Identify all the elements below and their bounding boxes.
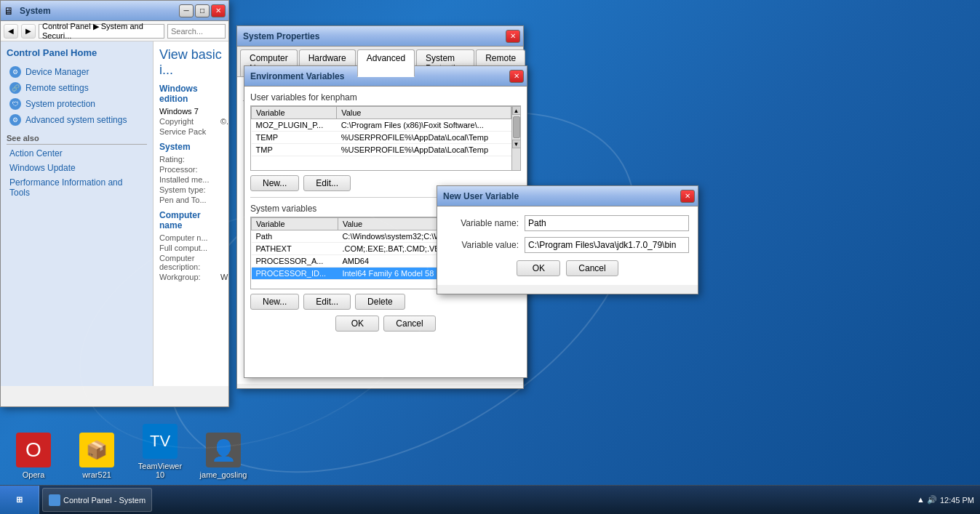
system-delete-button[interactable]: Delete <box>355 294 405 310</box>
taskbar: ⊞ Control Panel - System ▲ 🔊 12:45 PM <box>0 485 980 514</box>
search-input[interactable] <box>167 24 226 39</box>
env-cancel-button[interactable]: Cancel <box>383 316 435 332</box>
maximize-button[interactable]: □ <box>195 4 210 17</box>
advanced-settings-icon: ⚙ <box>9 114 21 126</box>
sys-props-titlebar: System Properties ✕ <box>237 26 523 47</box>
new-var-cancel-button[interactable]: Cancel <box>566 260 618 276</box>
env-vars-close-button[interactable]: ✕ <box>509 70 524 83</box>
teamviewer-label: TeamViewer 10 <box>134 462 186 479</box>
desktop: 🖥 System ─ □ ✕ ◀ ▶ Control Panel ▶ Syste… <box>0 0 980 514</box>
sys-var-processor-id: PROCESSOR_ID... <box>252 268 338 280</box>
system-section-title: System <box>159 142 223 152</box>
system-edit-button[interactable]: Edit... <box>303 294 351 310</box>
table-row[interactable]: TMP %USERPROFILE%\AppData\Local\Temp <box>252 144 511 156</box>
system-new-button[interactable]: New... <box>250 294 299 310</box>
control-panel-titlebar: 🖥 System ─ □ ✕ <box>1 1 228 21</box>
copyright-row: Copyright ©... <box>159 117 223 126</box>
control-panel-window: 🖥 System ─ □ ✕ ◀ ▶ Control Panel ▶ Syste… <box>0 0 229 407</box>
sys-var-path: Path <box>252 230 338 243</box>
user-vars-title: User variables for kenpham <box>250 92 521 103</box>
wrar-icon: 📦 <box>79 433 114 467</box>
user-var-temp: TEMP <box>252 132 337 144</box>
new-var-ok-button[interactable]: OK <box>517 260 560 276</box>
tray-icons: ▲ 🔊 <box>917 495 937 505</box>
sidebar-item-system-protection[interactable]: 🛡 System protection <box>7 96 147 112</box>
control-panel-title: System <box>17 6 176 16</box>
user-var-moz: MOZ_PLUGIN_P... <box>252 119 337 132</box>
description-label: Computer description: <box>159 254 223 271</box>
full-computer-row: Full comput... <box>159 244 223 252</box>
cp-body: Control Panel Home ⚙ Device Manager 🔗 Re… <box>1 41 228 386</box>
user-var-temp-value: %USERPROFILE%\AppData\Local\Temp <box>337 132 511 144</box>
taskbar-item-label: Control Panel - System <box>63 496 146 505</box>
new-var-body: Variable name: Variable value: OK Cancel <box>437 206 698 285</box>
opera-label: Opera <box>23 470 45 479</box>
new-var-close-button[interactable]: ✕ <box>680 190 695 203</box>
opera-icon: O <box>16 433 51 467</box>
env-ok-button[interactable]: OK <box>335 316 379 332</box>
windows-version: Windows 7 <box>159 107 199 116</box>
desktop-icon-opera[interactable]: O Opera <box>7 433 60 479</box>
copyright-label: Copyright <box>159 117 218 126</box>
desktop-icon-user[interactable]: 👤 jame_gosling <box>197 433 250 479</box>
workgroup-row: Workgroup: WORKGROUP <box>159 273 223 281</box>
rating-label: Rating: <box>159 155 218 164</box>
user-var-tmp-value: %USERPROFILE%\AppData\Local\Temp <box>337 144 511 156</box>
sidebar-item-remote-settings[interactable]: 🔗 Remote settings <box>7 80 147 96</box>
new-var-titlebar: New User Variable ✕ <box>437 186 698 206</box>
taskbar-cp-icon <box>49 494 60 506</box>
table-row[interactable]: TEMP %USERPROFILE%\AppData\Local\Temp <box>252 132 511 144</box>
sidebar-item-action-center[interactable]: Action Center <box>7 146 147 161</box>
new-user-variable-window: New User Variable ✕ Variable name: Varia… <box>437 185 698 294</box>
new-var-buttons: OK Cancel <box>446 260 689 276</box>
sys-var-col-variable: Variable <box>252 218 338 230</box>
minimize-button[interactable]: ─ <box>179 4 194 17</box>
user-vars-scrollbar[interactable]: ▲ ▼ <box>511 106 520 170</box>
variable-name-input[interactable] <box>525 215 689 231</box>
system-protection-icon: 🛡 <box>9 98 21 110</box>
workgroup-label: Workgroup: <box>159 273 218 281</box>
start-button[interactable]: ⊞ <box>0 486 39 515</box>
sidebar-item-windows-update[interactable]: Windows Update <box>7 161 147 175</box>
user-new-button[interactable]: New... <box>250 175 299 191</box>
teamviewer-icon: TV <box>143 424 178 459</box>
desktop-icon-wrar[interactable]: 📦 wrar521 <box>71 433 123 479</box>
forward-button[interactable]: ▶ <box>21 24 36 39</box>
user-var-col-variable: Variable <box>252 107 337 119</box>
tab-advanced[interactable]: Advanced <box>357 49 415 77</box>
sidebar-item-advanced-settings[interactable]: ⚙ Advanced system settings <box>7 112 147 128</box>
sidebar-item-performance-info[interactable]: Performance Information and Tools <box>7 175 147 200</box>
new-var-controls: ✕ <box>680 190 695 203</box>
sys-var-pathext: PATHEXT <box>252 243 338 255</box>
close-button[interactable]: ✕ <box>211 4 226 17</box>
window-controls: ─ □ ✕ <box>179 4 226 17</box>
variable-value-input[interactable] <box>525 237 689 253</box>
pen-row: Pen and To... <box>159 196 223 204</box>
user-edit-button[interactable]: Edit... <box>303 175 351 191</box>
processor-row: Processor: <box>159 165 223 174</box>
main-title: View basic i... <box>159 47 223 78</box>
variable-value-label: Variable value: <box>446 240 519 250</box>
taskbar-tray: ▲ 🔊 12:45 PM <box>911 495 980 505</box>
address-bar: ◀ ▶ Control Panel ▶ System and Securi... <box>1 21 228 41</box>
scroll-thumb[interactable] <box>513 116 520 138</box>
description-row: Computer description: <box>159 254 223 271</box>
sys-props-close-button[interactable]: ✕ <box>506 30 520 43</box>
sys-var-processor-a: PROCESSOR_A... <box>252 255 338 268</box>
sidebar-item-device-manager[interactable]: ⚙ Device Manager <box>7 64 147 80</box>
scroll-down[interactable]: ▼ <box>512 140 521 148</box>
table-row[interactable]: MOZ_PLUGIN_P... C:\Program Files (x86)\F… <box>252 119 511 132</box>
wrar-label: wrar521 <box>82 470 111 479</box>
desktop-icon-teamviewer[interactable]: TV TeamViewer 10 <box>134 424 186 479</box>
computer-name-label: Computer n... <box>159 233 218 242</box>
sys-props-controls: ✕ <box>506 30 520 43</box>
taskbar-item-control-panel[interactable]: Control Panel - System <box>42 488 152 512</box>
taskbar-items: Control Panel - System <box>39 486 911 514</box>
address-field[interactable]: Control Panel ▶ System and Securi... <box>39 24 164 39</box>
system-type-row: System type: <box>159 185 223 194</box>
variable-value-row: Variable value: <box>446 237 689 253</box>
back-button[interactable]: ◀ <box>4 24 18 39</box>
env-ok-cancel-buttons: OK Cancel <box>250 316 521 332</box>
clock: 12:45 PM <box>940 496 974 505</box>
scroll-up[interactable]: ▲ <box>512 106 521 115</box>
